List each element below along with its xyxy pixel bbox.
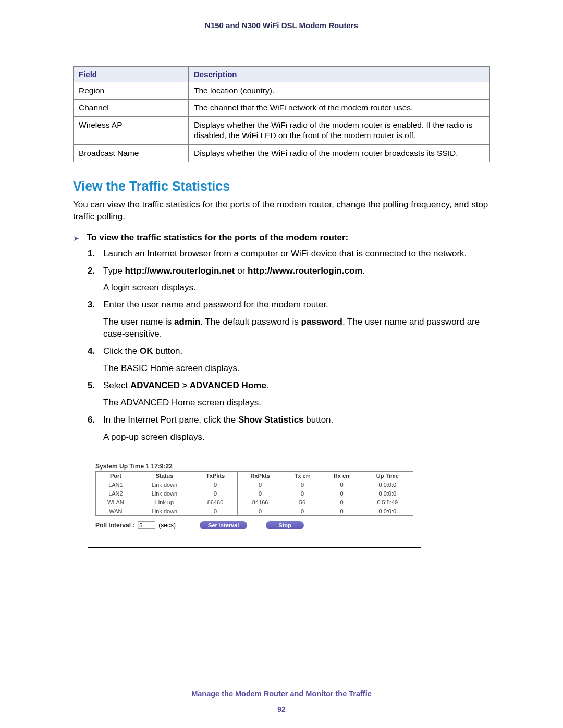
step-6: 6. In the Internet Port pane, click the …: [88, 414, 490, 443]
step-sub: The BASIC Home screen displays.: [103, 363, 490, 375]
set-interval-button[interactable]: Set Interval: [200, 521, 247, 529]
cell-desc: Displays whether the WiFi radio of the m…: [189, 117, 490, 144]
th-txpkts: TxPkts: [193, 471, 238, 480]
cell-field: Wireless AP: [74, 117, 189, 144]
step-sub: The user name is admin. The default pass…: [103, 316, 490, 340]
table-row: Region The location (country).: [74, 82, 490, 100]
stats-row: WLANLink up86460841665600 5:5:49: [96, 498, 413, 507]
step-sub: A pop-up screen displays.: [103, 431, 490, 443]
table-header-field: Field: [74, 67, 189, 82]
step-3: 3. Enter the user name and password for …: [88, 299, 490, 340]
step-sub: The ADVANCED Home screen displays.: [103, 397, 490, 409]
poll-label: Poll Interval :: [95, 522, 134, 529]
th-port: Port: [96, 471, 136, 480]
page-number: 92: [73, 705, 490, 713]
section-heading: View the Traffic Statistics: [73, 179, 490, 194]
table-row: Channel The channel that the WiFi networ…: [74, 100, 490, 117]
th-rxpkts: RxPkts: [238, 471, 283, 480]
step-text: Click the OK button.: [103, 346, 182, 356]
cell-field: Region: [74, 82, 189, 100]
stats-row: WANLink down00000 0:0:0: [96, 507, 413, 515]
poll-interval-input[interactable]: [138, 521, 155, 529]
stats-row: LAN2Link down00000 0:0:0: [96, 489, 413, 498]
procedure-steps: 1.Launch an Internet browser from a comp…: [88, 248, 490, 443]
th-uptime: Up Time: [362, 471, 413, 480]
procedure-title: ➤ To view the traffic statistics for the…: [73, 232, 490, 243]
document-header: N150 and N300 WiFi DSL Modem Routers: [73, 21, 490, 30]
cell-field: Broadcast Name: [74, 144, 189, 162]
step-text: In the Internet Port pane, click the Sho…: [103, 415, 333, 425]
cell-desc: Displays whether the WiFi radio of the m…: [189, 144, 490, 162]
page-footer: Manage the Modem Router and Monitor the …: [73, 682, 490, 713]
section-intro: You can view the traffic statistics for …: [73, 199, 490, 223]
poll-unit: (secs): [158, 522, 176, 529]
system-uptime: System Up Time 1 17:9:22: [95, 463, 413, 470]
cell-desc: The channel that the WiFi network of the…: [189, 100, 490, 117]
table-row: Wireless AP Displays whether the WiFi ra…: [74, 117, 490, 144]
field-description-table: Field Description Region The location (c…: [73, 66, 490, 162]
statistics-table: Port Status TxPkts RxPkts Tx err Rx err …: [95, 471, 413, 516]
step-text: Enter the user name and password for the…: [103, 300, 328, 310]
step-text: Launch an Internet browser from a comput…: [103, 249, 467, 258]
procedure-title-text: To view the traffic statistics for the p…: [87, 232, 348, 243]
th-txerr: Tx err: [283, 471, 322, 480]
step-text: Type http://www.routerlogin.net or http:…: [103, 266, 365, 276]
stats-row: LAN1Link down00000 0:0:0: [96, 480, 413, 489]
step-5: 5. Select ADVANCED > ADVANCED Home. The …: [88, 380, 490, 409]
step-sub: A login screen displays.: [103, 282, 490, 294]
step-1: 1.Launch an Internet browser from a comp…: [88, 248, 490, 260]
cell-desc: The location (country).: [189, 82, 490, 100]
cell-field: Channel: [74, 100, 189, 117]
step-text: Select ADVANCED > ADVANCED Home.: [103, 380, 269, 390]
table-header-description: Description: [189, 67, 490, 82]
th-status: Status: [136, 471, 193, 480]
statistics-popup: System Up Time 1 17:9:22 Port Status TxP…: [88, 454, 421, 548]
arrow-icon: ➤: [73, 234, 79, 242]
poll-interval-row: Poll Interval : (secs) Set Interval Stop: [95, 521, 413, 529]
step-2: 2. Type http://www.routerlogin.net or ht…: [88, 265, 490, 294]
footer-text: Manage the Modem Router and Monitor the …: [73, 689, 490, 698]
table-row: Broadcast Name Displays whether the WiFi…: [74, 144, 490, 162]
stop-button[interactable]: Stop: [266, 521, 303, 529]
th-rxerr: Rx err: [322, 471, 362, 480]
step-4: 4. Click the OK button. The BASIC Home s…: [88, 346, 490, 375]
